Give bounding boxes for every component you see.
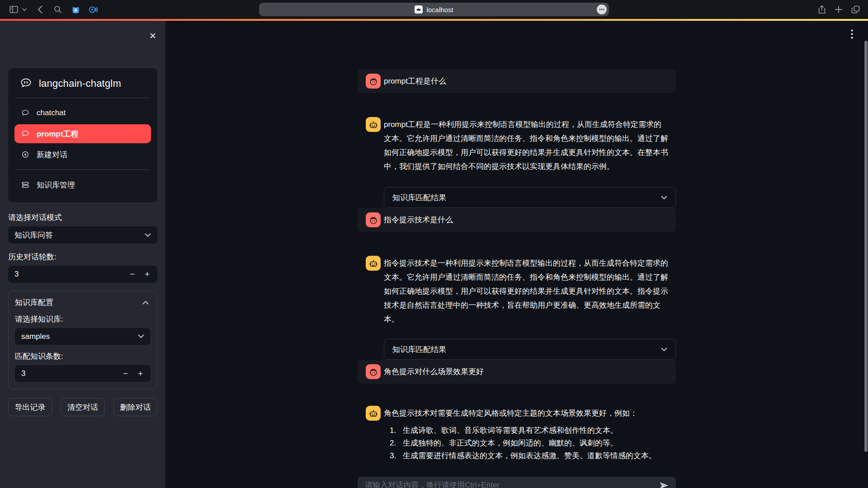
kb-match-expander[interactable]: 知识库匹配结果 (384, 339, 676, 360)
new-tab-button[interactable] (835, 6, 842, 13)
share-button[interactable] (818, 5, 826, 14)
history-rounds-label: 历史对话轮数: (8, 252, 157, 262)
sidebar: ✕ langchain-chatglm chatchat (0, 21, 165, 488)
main-menu-button[interactable] (851, 27, 863, 41)
export-records-button[interactable]: 导出记录 (8, 398, 52, 416)
kb-match-expander[interactable]: 知识库匹配结果 (384, 187, 676, 208)
sidebar-actions: 导出记录 清空对话 删除对话 (8, 398, 157, 416)
assistant-avatar (366, 117, 381, 132)
chat-bubble-icon (21, 130, 30, 138)
chat-message-assistant: prompt工程是一种利用提示来控制语言模型输出的过程，从而生成符合特定需求的文… (358, 113, 676, 178)
message-text: prompt工程是一种利用提示来控制语言模型输出的过程，从而生成符合特定需求的文… (384, 117, 669, 174)
page-search-button[interactable] (53, 5, 62, 14)
assistant-avatar (366, 406, 381, 421)
menu-card: langchain-chatglm chatchat prompt工程 (8, 68, 157, 202)
kb-select-label: 请选择知识库: (15, 314, 151, 324)
sidebar-item-label: prompt工程 (37, 129, 79, 139)
app-title: langchain-chatglm (39, 78, 121, 89)
decrement-button[interactable]: − (125, 266, 140, 283)
chat-quote-icon (20, 77, 32, 89)
kb-config-expander: 知识库配置 请选择知识库: samples 匹配知识条数: 3 − + (8, 291, 157, 389)
kb-select[interactable]: samples (15, 328, 151, 345)
chat-main: prompt工程是什么 prompt工程是一种利用提示来控制语言模型输出的过程，… (165, 21, 868, 488)
database-icon (21, 181, 30, 189)
blue-shield-extension-icon (71, 5, 80, 14)
list-item: 生成诗歌、歌词、音乐歌词等需要具有艺术感和创作性的文本。 (398, 424, 656, 437)
chat-message-assistant: 指令提示技术是一种利用提示来控制语言模型输出的过程，从而生成符合特定需求的文本。… (358, 251, 676, 331)
chevron-down-icon (138, 334, 144, 338)
message-list: 生成诗歌、歌词、音乐歌词等需要具有艺术感和创作性的文本。 生成独特的、非正式的文… (384, 424, 656, 462)
list-item: 生成独特的、非正式的文本，例如闲适的、幽默的、讽刺的等。 (398, 437, 656, 450)
address-bar-more-button[interactable] (597, 5, 607, 14)
browser-toolbar: localhost (0, 0, 868, 19)
toolbar-right-group (818, 0, 860, 19)
site-favicon (415, 5, 423, 14)
blue-circle-star-extension-icon (88, 5, 99, 14)
sidebar-item-label: 知识库管理 (37, 180, 75, 190)
mode-select-label: 请选择对话模式 (8, 212, 157, 223)
chevron-up-icon (142, 300, 149, 305)
chevron-down-icon (661, 196, 667, 200)
plus-icon (835, 6, 842, 13)
topk-label: 匹配知识条数: (15, 351, 151, 361)
send-button[interactable] (659, 482, 669, 488)
chevron-down-icon (661, 347, 667, 352)
chat-message-user: 角色提示对什么场景效果更好 (358, 360, 676, 384)
user-avatar (366, 364, 381, 379)
assistant-avatar (366, 256, 381, 271)
extension-scan-button[interactable] (88, 5, 99, 14)
chat-input[interactable] (365, 481, 654, 488)
mode-select[interactable]: 知识库问答 (8, 226, 157, 244)
sidebar-item-kb-manage[interactable]: 知识库管理 (14, 175, 151, 194)
app-page: ✕ langchain-chatglm chatchat (0, 21, 868, 488)
list-item: 生成需要进行情感表达的文本，例如表达感激、赞美、道歉等情感的文本。 (398, 450, 656, 462)
sidebar-item-prompt-project[interactable]: prompt工程 (14, 124, 151, 143)
scrollbar-thumb[interactable] (864, 41, 868, 452)
history-rounds-input[interactable]: 3 − + (8, 266, 157, 283)
chevron-left-icon (38, 5, 42, 14)
sidebar-item-label: 新建对话 (37, 150, 67, 160)
chat-bubble-icon (21, 109, 30, 117)
delete-dialog-button[interactable]: 删除对话 (113, 398, 157, 416)
kb-select-value: samples (21, 332, 50, 341)
tabs-overview-icon (851, 5, 860, 14)
menu-divider (15, 169, 150, 170)
menu-divider (15, 98, 150, 98)
more-options-icon (599, 9, 604, 10)
address-bar[interactable]: localhost (259, 3, 609, 16)
sidebar-menu-chevron-button[interactable] (22, 8, 27, 11)
decrement-button[interactable]: − (118, 365, 133, 382)
sidebar-item-chatchat[interactable]: chatchat (14, 103, 151, 122)
history-rounds-value: 3 (14, 270, 125, 279)
kb-config-expander-header[interactable]: 知识库配置 (15, 297, 151, 308)
sidebar-toggle-button[interactable] (8, 6, 19, 13)
chat-message-user: 指令提示技术是什么 (358, 208, 676, 232)
clear-dialog-button[interactable]: 清空对话 (61, 398, 105, 416)
sidebar-item-label: chatchat (37, 108, 66, 117)
kb-config-title: 知识库配置 (15, 297, 53, 308)
topk-input[interactable]: 3 − + (15, 365, 151, 382)
kb-match-label: 知识库匹配结果 (392, 344, 446, 355)
message-text: prompt工程是什么 (384, 74, 446, 89)
message-intro: 角色提示技术对需要生成特定风格或特定主题的文本场景效果更好，例如： (384, 409, 637, 418)
increment-button[interactable]: + (133, 365, 148, 382)
sidebar-item-new-dialog[interactable]: 新建对话 (14, 145, 151, 164)
sidebar-close-button[interactable]: ✕ (146, 30, 159, 42)
back-button[interactable] (35, 5, 44, 14)
search-icon (54, 5, 62, 14)
safari-window: localhost (0, 0, 868, 488)
message-text: 角色提示技术对需要生成特定风格或特定主题的文本场景效果更好，例如： 生成诗歌、歌… (384, 406, 656, 462)
plus-circle-icon (21, 150, 30, 159)
message-text: 指令提示技术是什么 (384, 212, 453, 227)
chat-message-user: prompt工程是什么 (358, 69, 676, 93)
mode-select-value: 知识库问答 (14, 230, 53, 240)
app-title-row: langchain-chatglm (14, 75, 151, 92)
chevron-down-icon (22, 8, 27, 11)
chat-column: prompt工程是什么 prompt工程是一种利用提示来控制语言模型输出的过程，… (358, 21, 676, 488)
increment-button[interactable]: + (140, 266, 155, 283)
user-avatar (366, 74, 381, 89)
extension-shield-button[interactable] (71, 5, 80, 14)
chevron-down-icon (145, 233, 151, 237)
tab-overview-button[interactable] (851, 5, 860, 14)
chat-message-assistant: 角色提示技术对需要生成特定风格或特定主题的文本场景效果更好，例如： 生成诗歌、歌… (358, 401, 676, 467)
